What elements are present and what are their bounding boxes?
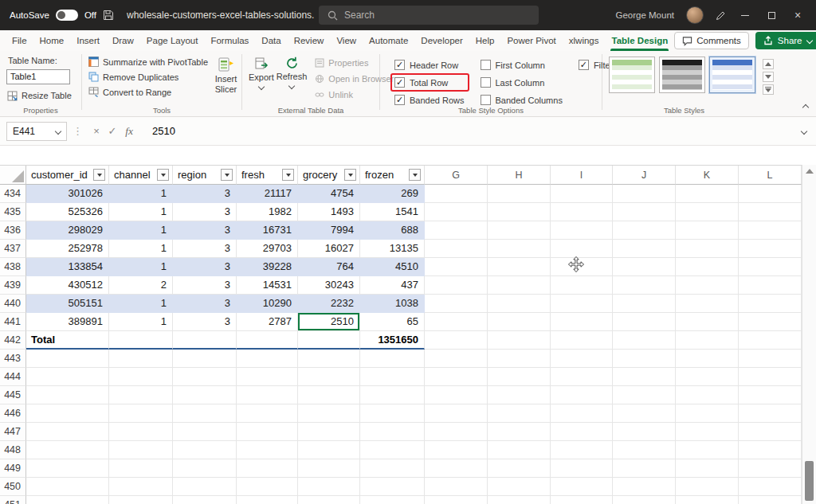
- cell[interactable]: [551, 295, 613, 313]
- row-number[interactable]: 438: [0, 258, 26, 276]
- export-button[interactable]: Export: [249, 54, 274, 100]
- cell[interactable]: 1: [109, 221, 173, 240]
- cell[interactable]: 65: [360, 313, 425, 331]
- scrollbar-thumb[interactable]: [805, 461, 814, 501]
- column-header-region[interactable]: region: [173, 166, 237, 185]
- cell[interactable]: [613, 386, 676, 404]
- cell[interactable]: [360, 459, 425, 478]
- name-box[interactable]: E441: [6, 122, 67, 141]
- cell[interactable]: [613, 496, 676, 504]
- tab-data[interactable]: Data: [255, 30, 287, 51]
- column-header-k[interactable]: K: [676, 166, 739, 185]
- cell[interactable]: [237, 478, 298, 496]
- cell[interactable]: [613, 459, 676, 478]
- cell[interactable]: [26, 368, 109, 386]
- cell[interactable]: [425, 423, 488, 441]
- cell[interactable]: [488, 313, 551, 331]
- tab-review[interactable]: Review: [288, 30, 331, 51]
- cell[interactable]: [360, 496, 425, 504]
- cell[interactable]: [739, 295, 802, 313]
- cell[interactable]: [425, 441, 488, 459]
- cell[interactable]: [173, 441, 237, 459]
- cell[interactable]: 1: [109, 185, 173, 203]
- cell[interactable]: [425, 459, 488, 478]
- cell[interactable]: [425, 313, 488, 331]
- cell[interactable]: 2232: [298, 295, 360, 313]
- cell[interactable]: 688: [360, 221, 425, 240]
- filter-dropdown-icon[interactable]: [282, 169, 294, 181]
- row-number[interactable]: 446: [0, 404, 26, 423]
- cell[interactable]: 1: [109, 313, 173, 331]
- tab-draw[interactable]: Draw: [106, 30, 140, 51]
- style-option-last-column[interactable]: Last Column: [481, 77, 563, 88]
- style-option-header-row[interactable]: ✓Header Row: [394, 60, 465, 70]
- document-title[interactable]: wholesale-customers-excel-tables-solutio…: [127, 10, 314, 21]
- cell[interactable]: [739, 496, 802, 504]
- cell[interactable]: [360, 478, 425, 496]
- total-cell[interactable]: Total: [26, 331, 109, 350]
- cell[interactable]: [739, 331, 802, 350]
- cell[interactable]: [425, 185, 488, 203]
- cell[interactable]: [237, 423, 298, 441]
- tab-automate[interactable]: Automate: [363, 30, 414, 51]
- cell[interactable]: 764: [298, 258, 360, 276]
- cell[interactable]: [551, 313, 613, 331]
- cell[interactable]: [676, 240, 739, 258]
- cell[interactable]: [488, 221, 551, 240]
- cell[interactable]: [676, 313, 739, 331]
- style-option-banded-columns[interactable]: Banded Columns: [481, 95, 563, 105]
- table-styles-scroll-up-button[interactable]: [763, 59, 774, 69]
- cell[interactable]: 3: [173, 295, 237, 313]
- column-header-j[interactable]: J: [613, 166, 676, 185]
- cell[interactable]: [676, 404, 739, 423]
- pencil-icon[interactable]: [716, 10, 726, 21]
- cell[interactable]: [298, 423, 360, 441]
- cell[interactable]: [425, 258, 488, 276]
- expand-formula-bar-icon[interactable]: [801, 127, 807, 134]
- cell[interactable]: [613, 404, 676, 423]
- user-name[interactable]: George Mount: [615, 10, 674, 20]
- row-number[interactable]: 434: [0, 185, 26, 203]
- table-style-thumbnail-blue-selected[interactable]: [709, 57, 755, 93]
- cell[interactable]: [173, 386, 237, 404]
- share-button[interactable]: Share: [755, 32, 816, 49]
- cell[interactable]: [109, 441, 173, 459]
- table-styles-scroll-down-button[interactable]: [763, 72, 774, 82]
- filter-dropdown-icon[interactable]: [221, 169, 233, 181]
- cell[interactable]: [109, 478, 173, 496]
- cell[interactable]: [425, 240, 488, 258]
- cell[interactable]: [739, 423, 802, 441]
- cell[interactable]: [676, 386, 739, 404]
- cell[interactable]: 1982: [237, 203, 298, 221]
- column-header-h[interactable]: H: [488, 166, 551, 185]
- convert-to-range-button[interactable]: Convert to Range: [88, 87, 208, 97]
- row-number[interactable]: 436: [0, 221, 26, 240]
- tab-formulas[interactable]: Formulas: [204, 30, 255, 51]
- cell[interactable]: [613, 350, 676, 368]
- row-number[interactable]: 437: [0, 240, 26, 258]
- total-cell[interactable]: [298, 331, 360, 350]
- cell[interactable]: [739, 386, 802, 404]
- cell[interactable]: 3: [173, 240, 237, 258]
- cell[interactable]: 3: [173, 203, 237, 221]
- cell[interactable]: [739, 478, 802, 496]
- refresh-button[interactable]: Refresh: [277, 54, 308, 100]
- cell[interactable]: [298, 496, 360, 504]
- row-number[interactable]: 443: [0, 350, 26, 368]
- cell[interactable]: [109, 423, 173, 441]
- cell[interactable]: 16731: [237, 221, 298, 240]
- cell[interactable]: [237, 441, 298, 459]
- cell[interactable]: [551, 240, 613, 258]
- filter-dropdown-icon[interactable]: [409, 169, 421, 181]
- cell[interactable]: 29703: [237, 240, 298, 258]
- cell[interactable]: [488, 368, 551, 386]
- formula-value[interactable]: 2510: [152, 125, 175, 137]
- cell[interactable]: [551, 423, 613, 441]
- autosave-toggle[interactable]: [56, 10, 78, 21]
- cell[interactable]: 2787: [237, 313, 298, 331]
- cell[interactable]: [173, 496, 237, 504]
- cell[interactable]: [173, 350, 237, 368]
- cell[interactable]: 389891: [26, 313, 109, 331]
- cell[interactable]: [676, 203, 739, 221]
- row-number[interactable]: 439: [0, 276, 26, 295]
